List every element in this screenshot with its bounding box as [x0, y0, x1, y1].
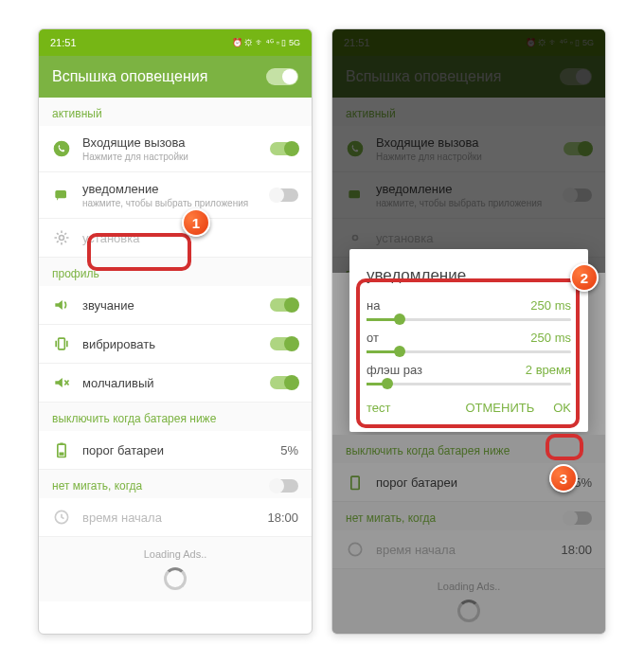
slider-track[interactable]: [367, 318, 571, 321]
slider-value: 250 ms: [530, 298, 571, 313]
dialog-title: уведомление: [367, 266, 571, 285]
row-silent[interactable]: молчаливый: [39, 364, 312, 403]
appbar-title: Вспышка оповещения: [52, 68, 207, 85]
svg-point-12: [349, 543, 361, 555]
row-sound[interactable]: звучание: [39, 286, 312, 325]
phone-left: 21:51 ⏰ ⚙ ᯤ ⁴ᴳ ▫ ▯ 5G Вспышка оповещения…: [38, 28, 313, 635]
status-time: 21:51: [50, 37, 77, 48]
toggle-incoming[interactable]: [270, 142, 298, 155]
badge-1: 1: [182, 208, 210, 237]
cancel-button[interactable]: ОТМЕНИТЬ: [465, 401, 534, 415]
battery-icon: [52, 440, 71, 459]
section-battery: выключить когда батарея ниже: [39, 403, 312, 431]
clock-icon: [52, 508, 71, 527]
svg-rect-3: [59, 338, 65, 349]
row-setup[interactable]: установка: [39, 219, 312, 258]
badge-2: 2: [570, 263, 599, 292]
row-notification[interactable]: уведомлениенажмите, чтобы выбрать прилож…: [39, 172, 312, 219]
badge-3: 3: [549, 464, 578, 493]
slider-on[interactable]: на250 ms: [367, 298, 571, 321]
status-icons: ⏰ ⚙ ᯤ ⁴ᴳ ▫ ▯ 5G: [232, 38, 300, 47]
svg-point-0: [54, 141, 70, 157]
start-time-value: 18:00: [267, 511, 298, 525]
toggle-sound[interactable]: [270, 298, 298, 312]
phone-icon: [52, 139, 71, 158]
svg-rect-6: [60, 453, 64, 456]
battery-icon: [346, 473, 365, 492]
slider-off[interactable]: от250 ms: [367, 331, 571, 353]
slider-times[interactable]: флэш раз2 время: [367, 363, 571, 385]
toggle-notification[interactable]: [270, 188, 298, 202]
svg-rect-11: [351, 476, 359, 489]
row-subtitle: нажмите, чтобы выбрать приложения: [82, 198, 259, 208]
row-start-time: время начала 18:00: [332, 530, 605, 569]
slider-track[interactable]: [367, 383, 571, 385]
svg-rect-1: [55, 190, 66, 198]
row-title: уведомление: [82, 182, 259, 196]
test-button[interactable]: тест: [367, 401, 391, 415]
loading-ads: Loading Ads..: [39, 537, 312, 601]
slider-track[interactable]: [367, 350, 571, 353]
master-toggle[interactable]: [266, 68, 298, 85]
row-title: звучание: [82, 298, 259, 313]
slider-label: флэш раз: [367, 363, 422, 377]
slider-value: 2 время: [526, 363, 571, 377]
section-active: активный: [39, 98, 312, 126]
svg-rect-5: [60, 443, 63, 445]
row-title: вибрировать: [82, 337, 259, 351]
row-battery-threshold[interactable]: порог батареи 5%: [39, 431, 312, 470]
chat-icon: [52, 186, 71, 205]
section-noflash: нет мигать, когда: [39, 470, 312, 498]
toggle-noflash[interactable]: [270, 479, 298, 493]
toggle-silent[interactable]: [270, 376, 298, 389]
slider-value: 250 ms: [530, 331, 571, 345]
gear-icon: [52, 228, 71, 247]
clock-icon: [346, 540, 365, 559]
ok-button[interactable]: OK: [553, 401, 571, 415]
section-battery: выключить когда батарея ниже: [332, 435, 605, 463]
spinner-icon: [164, 567, 187, 590]
slider-label: от: [367, 331, 379, 345]
vibrate-icon: [52, 334, 71, 353]
battery-value: 5%: [280, 443, 298, 457]
mute-icon: [52, 373, 71, 392]
notification-dialog: уведомление на250 ms от250 ms флэш раз2 …: [349, 249, 588, 432]
app-bar: Вспышка оповещения: [39, 56, 312, 98]
section-noflash: нет мигать, когда: [332, 502, 605, 530]
phone-right: 21:51 ⏰ ⚙ ᯤ ⁴ᴳ ▫ ▯ 5G Вспышка оповещения…: [331, 28, 606, 635]
row-title: молчаливый: [82, 376, 259, 390]
row-incoming-calls[interactable]: Входящие вызоваНажмите для настройки: [39, 126, 312, 172]
section-noflash-label: нет мигать, когда: [52, 479, 142, 493]
section-profile: профиль: [39, 258, 312, 286]
row-title: время начала: [82, 511, 256, 525]
svg-point-2: [60, 236, 64, 241]
row-title: Входящие вызова: [82, 135, 259, 150]
slider-label: на: [367, 298, 380, 313]
toggle-vibrate[interactable]: [270, 337, 298, 350]
loading-ads: Loading Ads..: [332, 569, 605, 634]
row-title: порог батареи: [82, 443, 269, 457]
speaker-icon: [52, 296, 71, 314]
row-start-time[interactable]: время начала 18:00: [39, 498, 312, 537]
row-vibrate[interactable]: вибрировать: [39, 325, 312, 364]
status-bar: 21:51 ⏰ ⚙ ᯤ ⁴ᴳ ▫ ▯ 5G: [39, 29, 312, 56]
row-subtitle: Нажмите для настройки: [82, 152, 259, 162]
